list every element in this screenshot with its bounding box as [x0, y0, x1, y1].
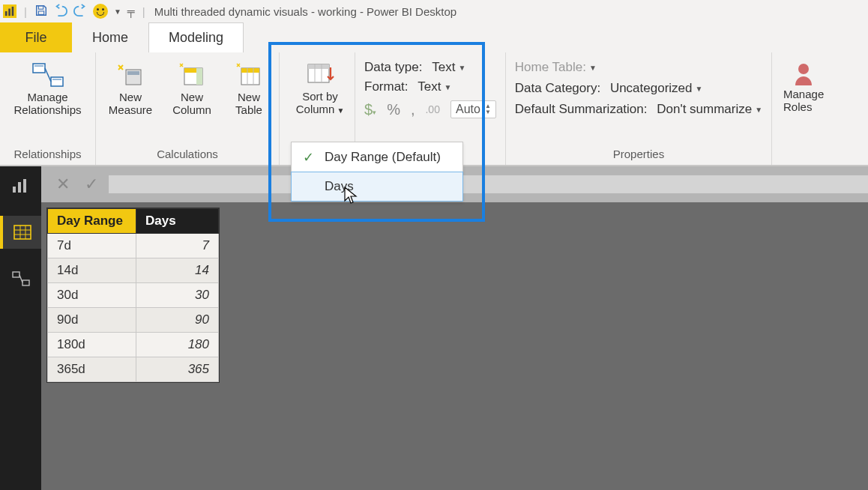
chevron-down-icon: ▼ — [458, 64, 465, 72]
new-table-button[interactable]: New Table — [228, 57, 270, 116]
group-calculations: New Measure New Column New Table Calcula… — [96, 52, 280, 165]
sort-option-day-range[interactable]: ✓ Day Range (Default) — [292, 142, 462, 172]
data-view-button[interactable] — [0, 216, 41, 249]
tab-modeling[interactable]: Modeling — [148, 22, 244, 52]
relationships-icon — [31, 60, 64, 90]
svg-point-12 — [120, 67, 122, 69]
sort-option-days[interactable]: Days — [291, 172, 463, 202]
redo-icon[interactable] — [73, 4, 87, 19]
manage-roles-button[interactable]: Manage Roles — [781, 57, 826, 113]
table-row[interactable]: 365d365 — [48, 357, 219, 382]
sort-icon — [305, 60, 335, 90]
qat-dropdown-icon[interactable]: ▼ — [114, 7, 121, 16]
table-row[interactable]: 7d7 — [48, 234, 219, 258]
tab-home[interactable]: Home — [72, 22, 148, 52]
sort-by-column-menu: ✓ Day Range (Default) Days — [291, 142, 463, 202]
svg-rect-34 — [22, 280, 29, 285]
chevron-down-icon: ▼ — [444, 83, 451, 91]
svg-rect-1 — [8, 9, 10, 16]
svg-rect-21 — [308, 64, 329, 69]
save-icon[interactable] — [34, 4, 48, 19]
auto-decimals-spinner[interactable]: Auto ▲▼ — [450, 100, 496, 118]
table-row[interactable]: 180d180 — [48, 333, 219, 357]
undo-icon[interactable] — [54, 4, 67, 19]
svg-rect-25 — [13, 187, 16, 193]
window-title: Multi threaded dynamic visuals - working… — [154, 5, 457, 18]
svg-rect-27 — [23, 179, 26, 193]
svg-point-24 — [798, 64, 809, 74]
svg-rect-6 — [51, 77, 63, 86]
sort-by-column-button[interactable]: Sort by Column▼ — [289, 57, 352, 116]
home-table-dropdown[interactable]: Home Table: ▼ — [515, 60, 762, 75]
title-bar: | ▼ ╤ | Multi threaded dynamic visuals -… — [0, 0, 868, 22]
table-icon — [235, 60, 262, 90]
group-security: Manage Roles — [772, 52, 835, 165]
new-column-button[interactable]: New Column — [166, 57, 217, 116]
chevron-down-icon: ▼ — [589, 64, 597, 72]
qat-overflow-icon[interactable]: ╤ — [127, 5, 135, 17]
measure-icon — [117, 60, 144, 90]
svg-line-7 — [45, 68, 51, 82]
svg-rect-2 — [12, 7, 14, 16]
svg-line-35 — [19, 275, 22, 282]
svg-rect-0 — [5, 11, 7, 16]
view-switcher — [0, 166, 41, 490]
column-icon — [178, 60, 205, 90]
percent-button[interactable]: % — [387, 101, 400, 118]
default-summarization-dropdown[interactable]: Default Summarization: Don't summarize ▼ — [515, 102, 762, 117]
thousands-button[interactable]: , — [411, 101, 415, 118]
smiley-icon[interactable] — [93, 4, 108, 19]
manage-relationships-button[interactable]: Manage Relationships — [9, 57, 86, 116]
column-header-day-range[interactable]: Day Range — [48, 209, 136, 234]
chevron-down-icon: ▼ — [755, 106, 762, 114]
tab-file[interactable]: File — [0, 22, 72, 52]
column-header-days[interactable]: Days — [136, 209, 219, 234]
ribbon-tabstrip: File Home Modeling — [0, 22, 868, 52]
group-properties: Home Table: ▼ Data Category: Uncategoriz… — [506, 52, 772, 165]
svg-rect-4 — [38, 10, 43, 14]
model-view-button[interactable] — [0, 262, 41, 295]
data-type-dropdown[interactable]: Data type: Text ▼ — [364, 60, 496, 75]
new-measure-button[interactable]: New Measure — [105, 57, 156, 116]
accept-formula-icon[interactable]: ✓ — [85, 175, 98, 194]
svg-rect-11 — [127, 71, 139, 75]
formula-input[interactable] — [109, 175, 868, 193]
format-dropdown[interactable]: Format: Text ▼ — [364, 79, 496, 94]
decimal-button[interactable]: .00 — [425, 103, 439, 115]
svg-rect-15 — [196, 68, 202, 85]
svg-rect-28 — [14, 226, 31, 239]
report-view-button[interactable] — [0, 169, 41, 202]
data-category-dropdown[interactable]: Data Category: Uncategorized ▼ — [515, 81, 762, 96]
number-format-controls: $▾ % , .00 Auto ▲▼ — [364, 100, 496, 118]
currency-button[interactable]: $▾ — [364, 101, 376, 118]
table-row[interactable]: 14d14 — [48, 258, 219, 283]
quick-access-toolbar: | ▼ ╤ | — [22, 4, 147, 19]
svg-rect-17 — [241, 68, 259, 73]
chevron-down-icon: ▼ — [696, 85, 703, 93]
group-relationships: Manage Relationships Relationships — [0, 52, 96, 165]
check-icon: ✓ — [292, 149, 325, 166]
svg-rect-5 — [33, 64, 45, 73]
cancel-formula-icon[interactable]: ✕ — [56, 175, 70, 194]
svg-rect-26 — [18, 182, 21, 193]
table-row[interactable]: 90d90 — [48, 308, 219, 333]
data-table[interactable]: Day Range Days 7d7 14d14 30d30 90d90 180… — [47, 208, 219, 382]
person-icon — [792, 61, 815, 88]
svg-rect-33 — [13, 272, 19, 277]
data-canvas: Day Range Days 7d7 14d14 30d30 90d90 180… — [41, 202, 868, 490]
app-logo-icon — [3, 4, 16, 18]
table-row[interactable]: 30d30 — [48, 283, 219, 308]
